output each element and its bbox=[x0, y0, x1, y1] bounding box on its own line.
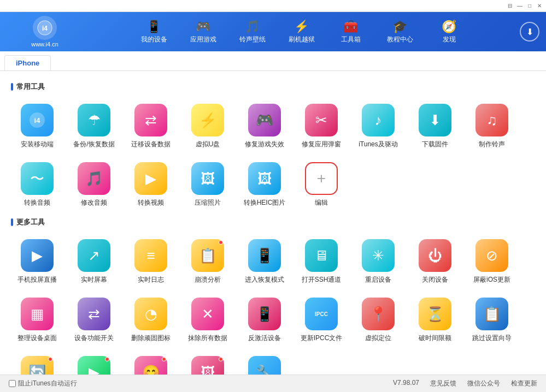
download-btn[interactable]: ⬇ bbox=[520, 22, 539, 41]
tool-item-1-2[interactable]: ≡实时日志 bbox=[125, 235, 177, 289]
tool-item-1-13[interactable]: 📱反激活设备 bbox=[238, 293, 291, 347]
nav-item-6[interactable]: 🧭发现 bbox=[425, 15, 474, 49]
tool-item-1-6[interactable]: ✳重启设备 bbox=[352, 235, 404, 289]
nav-items: 📱我的设备🎮应用游戏🎵铃声壁纸⚡刷机越狱🧰工具箱🎓教程中心🧭发现 bbox=[83, 15, 520, 49]
tool-icon-1-6: ✳ bbox=[362, 239, 395, 272]
restore-btn[interactable]: ⊟ bbox=[506, 2, 514, 10]
nav-label-4: 工具箱 bbox=[341, 35, 361, 44]
tool-item-1-16[interactable]: ⏳破时间限额 bbox=[409, 293, 461, 347]
tool-label-0-0: 安装移动端 bbox=[21, 140, 54, 149]
tool-item-0-7[interactable]: ⬇下载固件 bbox=[409, 99, 461, 153]
tool-item-1-9[interactable]: ▦整理设备桌面 bbox=[11, 293, 63, 347]
tool-item-0-14[interactable]: +编辑 bbox=[295, 158, 348, 212]
tool-icon-1-16: ⏳ bbox=[419, 298, 451, 330]
tool-item-0-9[interactable]: 〜转换音频 bbox=[11, 158, 63, 212]
nav-item-3[interactable]: ⚡刷机越狱 bbox=[277, 15, 326, 49]
tool-item-0-5[interactable]: ✂修复应用弹窗 bbox=[295, 99, 348, 153]
nav-item-0[interactable]: 📱我的设备 bbox=[130, 15, 179, 49]
logo-icon: i4 bbox=[33, 16, 57, 40]
tool-item-1-4[interactable]: 📱进入恢复模式 bbox=[238, 235, 291, 289]
tool-icon-0-1: ☂ bbox=[78, 104, 110, 136]
tab-0[interactable]: iPhone bbox=[4, 55, 51, 70]
tool-label-1-15: 虚拟定位 bbox=[365, 334, 391, 343]
tool-item-1-3[interactable]: 📋崩溃分析 bbox=[181, 235, 234, 289]
tool-item-1-5[interactable]: 🖥打开SSH通道 bbox=[295, 235, 348, 289]
footer: 阻止iTunes自动运行 V7.98.07 意见反馈 微信公众号 检查更新 bbox=[0, 375, 546, 392]
tool-item-1-15[interactable]: 📍虚拟定位 bbox=[352, 293, 404, 347]
badge-dot-1-19 bbox=[105, 357, 109, 361]
svg-text:i4: i4 bbox=[42, 25, 48, 32]
tool-icon-1-13: 📱 bbox=[248, 298, 281, 330]
tool-item-1-22[interactable]: 🔧设备瘦身 bbox=[238, 352, 291, 375]
badge-dot-1-21 bbox=[219, 357, 223, 361]
tool-item-1-21[interactable]: 🖼图片去重 bbox=[181, 352, 234, 375]
nav-item-1[interactable]: 🎮应用游戏 bbox=[179, 15, 228, 49]
tool-item-1-7[interactable]: ⏻关闭设备 bbox=[409, 235, 461, 289]
minimize-btn[interactable]: — bbox=[515, 2, 524, 10]
tool-item-1-10[interactable]: ⇄设备功能开关 bbox=[68, 293, 120, 347]
wechat-link[interactable]: 微信公众号 bbox=[467, 379, 500, 388]
tool-item-1-0[interactable]: ▶手机投屏直播 bbox=[11, 235, 63, 289]
tool-icon-1-17: 📋 bbox=[475, 298, 508, 330]
tool-label-1-12: 抹除所有数据 bbox=[188, 334, 227, 343]
tool-item-0-11[interactable]: ▶转换视频 bbox=[125, 158, 177, 212]
tool-icon-1-0: ▶ bbox=[21, 239, 54, 272]
tool-item-0-1[interactable]: ☂备份/恢复数据 bbox=[68, 99, 120, 153]
tool-item-0-12[interactable]: 🖼压缩照片 bbox=[181, 158, 234, 212]
tool-icon-0-12: 🖼 bbox=[191, 162, 224, 195]
tool-item-1-17[interactable]: 📋跳过设置向导 bbox=[466, 293, 518, 347]
tool-icon-1-21: 🖼 bbox=[191, 356, 224, 375]
tool-item-0-0[interactable]: i4安装移动端 bbox=[11, 99, 63, 153]
tool-item-0-6[interactable]: ♪iTunes及驱动 bbox=[352, 99, 404, 153]
tool-label-1-1: 实时屏幕 bbox=[81, 275, 107, 284]
header: i4 www.i4.cn 📱我的设备🎮应用游戏🎵铃声壁纸⚡刷机越狱🧰工具箱🎓教程… bbox=[0, 12, 546, 51]
nav-item-2[interactable]: 🎵铃声壁纸 bbox=[228, 15, 277, 49]
itunes-checkbox[interactable] bbox=[9, 380, 16, 387]
tool-item-0-10[interactable]: 🎵修改音频 bbox=[68, 158, 120, 212]
tool-item-0-8[interactable]: ♫制作铃声 bbox=[466, 99, 518, 153]
tool-item-1-18[interactable]: 🔄备份引导区数据 bbox=[11, 352, 63, 375]
tool-label-1-4: 进入恢复模式 bbox=[245, 275, 284, 284]
tool-grid-0: i4安装移动端☂备份/恢复数据⇄迁移设备数据⚡虚拟U盘🎮修复游戏失效✂修复应用弹… bbox=[11, 99, 535, 212]
itunes-label: 阻止iTunes自动运行 bbox=[18, 379, 77, 388]
close-btn[interactable]: ✕ bbox=[535, 2, 544, 10]
tool-label-0-10: 修改音频 bbox=[81, 198, 107, 207]
tool-item-0-2[interactable]: ⇄迁移设备数据 bbox=[125, 99, 177, 153]
itunes-checkbox-area[interactable]: 阻止iTunes自动运行 bbox=[9, 379, 77, 388]
tool-item-1-20[interactable]: 😊表情制作 bbox=[125, 352, 177, 375]
maximize-btn[interactable]: □ bbox=[525, 2, 534, 10]
tool-item-0-3[interactable]: ⚡虚拟U盘 bbox=[181, 99, 234, 153]
tool-item-1-8[interactable]: ⊘屏蔽iOS更新 bbox=[466, 235, 518, 289]
tool-label-1-17: 跳过设置向导 bbox=[472, 334, 512, 343]
tool-icon-0-8: ♫ bbox=[475, 104, 508, 136]
tool-icon-0-7: ⬇ bbox=[419, 104, 451, 136]
tool-item-0-4[interactable]: 🎮修复游戏失效 bbox=[238, 99, 291, 153]
tool-item-1-1[interactable]: ↗实时屏幕 bbox=[68, 235, 120, 289]
tool-item-0-13[interactable]: 🖼转换HEIC图片 bbox=[238, 158, 291, 212]
tool-item-1-12[interactable]: ✕抹除所有数据 bbox=[181, 293, 234, 347]
nav-icon-3: ⚡ bbox=[294, 20, 309, 34]
tool-icon-0-11: ▶ bbox=[134, 162, 167, 195]
tool-icon-0-13: 🖼 bbox=[248, 162, 281, 195]
footer-right: V7.98.07 意见反馈 微信公众号 检查更新 bbox=[393, 379, 537, 388]
nav-label-6: 发现 bbox=[443, 35, 456, 44]
tool-icon-1-9: ▦ bbox=[21, 298, 54, 330]
tool-icon-1-5: 🖥 bbox=[305, 239, 338, 272]
update-link[interactable]: 检查更新 bbox=[511, 379, 537, 388]
badge-dot-1-18 bbox=[48, 357, 52, 361]
tool-icon-1-2: ≡ bbox=[134, 239, 167, 272]
tool-item-1-19[interactable]: ▶爱思播放器 bbox=[68, 352, 120, 375]
feedback-link[interactable]: 意见反馈 bbox=[430, 379, 456, 388]
tool-label-1-7: 关闭设备 bbox=[422, 275, 448, 284]
tool-icon-0-10: 🎵 bbox=[78, 162, 110, 195]
tool-label-1-6: 重启设备 bbox=[365, 275, 391, 284]
nav-item-4[interactable]: 🧰工具箱 bbox=[326, 15, 375, 49]
tool-label-1-2: 实时日志 bbox=[138, 275, 164, 284]
tool-icon-1-11: ◔ bbox=[134, 298, 167, 330]
nav-item-5[interactable]: 🎓教程中心 bbox=[375, 15, 425, 49]
tool-item-1-11[interactable]: ◔删除顽固图标 bbox=[125, 293, 177, 347]
tool-label-0-5: 修复应用弹窗 bbox=[302, 140, 341, 149]
logo-text: www.i4.cn bbox=[31, 41, 58, 47]
tool-icon-1-7: ⏻ bbox=[419, 239, 451, 272]
tool-item-1-14[interactable]: IPCC更新IPCC文件 bbox=[295, 293, 348, 347]
